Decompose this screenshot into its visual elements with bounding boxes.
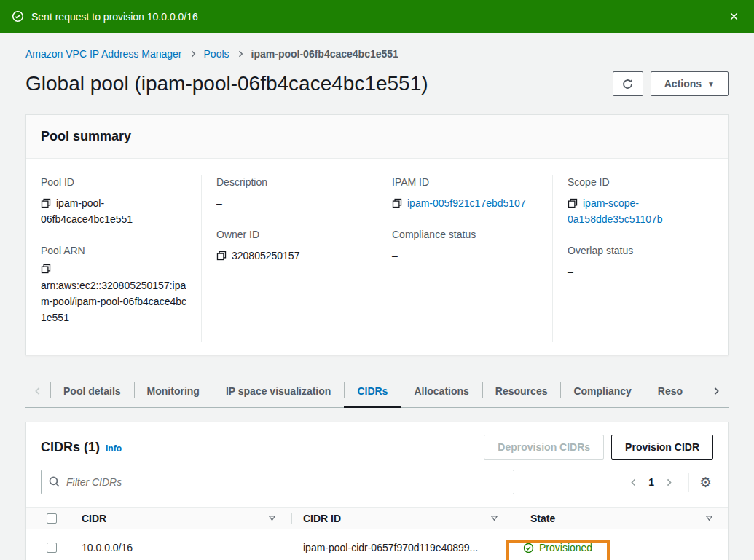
search-icon — [48, 476, 60, 490]
tab-pool-details[interactable]: Pool details — [50, 374, 134, 407]
cidrs-title: CIDRs (1) — [41, 440, 100, 455]
row-checkbox[interactable] — [26, 543, 70, 553]
summary-column-1: Pool ID ipam-pool-06fb4cace4bc1e551 Pool… — [26, 175, 201, 342]
copy-icon[interactable] — [41, 264, 51, 276]
table-header: CIDR CIDR ID State — [26, 507, 728, 529]
field-label: Overlap status — [568, 243, 713, 258]
column-label: CIDR — [82, 513, 106, 524]
field-scope-id: Scope ID ipam-scope-0a158dde35c51107b — [568, 175, 713, 227]
tab-compliancy[interactable]: Compliancy — [560, 374, 644, 407]
divider — [688, 473, 689, 492]
page-title: Global pool (ipam-pool-06fb4cace4bc1e551… — [25, 72, 428, 95]
pool-arn-value: arn:aws:ec2::320805250157:ipam-pool/ipam… — [41, 277, 186, 326]
copy-icon[interactable] — [568, 198, 578, 208]
column-label: CIDR ID — [303, 513, 341, 524]
deprovision-cidrs-button[interactable]: Deprovision CIDRs — [484, 435, 604, 460]
cidrs-count: (1) — [84, 440, 100, 454]
column-header-cidr-id[interactable]: CIDR ID — [292, 508, 514, 529]
caret-down-icon: ▼ — [707, 80, 715, 88]
tabs-scroll-left-icon[interactable] — [25, 374, 50, 407]
breadcrumb: Amazon VPC IP Address Manager Pools ipam… — [25, 33, 729, 64]
field-label: Scope ID — [568, 175, 713, 189]
copy-icon[interactable] — [41, 198, 51, 208]
summary-column-4: Scope ID ipam-scope-0a158dde35c51107b Ov… — [552, 175, 728, 342]
sort-icon[interactable] — [705, 514, 713, 522]
column-header-state[interactable]: State — [514, 508, 728, 529]
cidr-cell: 10.0.0.0/16 — [70, 542, 292, 553]
breadcrumb-link-ipam[interactable]: Amazon VPC IP Address Manager — [25, 48, 182, 60]
refresh-button[interactable] — [613, 71, 643, 96]
field-pool-id: Pool ID ipam-pool-06fb4cace4bc1e551 — [41, 175, 186, 227]
tab-bar: Pool details Monitoring IP space visuali… — [25, 374, 729, 408]
provisioned-check-icon — [523, 543, 534, 553]
field-description: Description – — [216, 175, 362, 211]
field-label: IPAM ID — [392, 175, 538, 189]
breadcrumb-current: ipam-pool-06fb4cace4bc1e551 — [251, 48, 398, 60]
field-owner-id: Owner ID 320805250157 — [216, 227, 362, 264]
field-label: Owner ID — [216, 227, 362, 242]
field-pool-arn: Pool ARN arn:aws:ec2::320805250157:ipam-… — [41, 243, 186, 326]
tab-allocations[interactable]: Allocations — [401, 374, 482, 407]
close-icon[interactable] — [726, 8, 742, 25]
field-label: Description — [216, 175, 362, 189]
sort-icon[interactable] — [268, 514, 276, 522]
pagination-page-1[interactable]: 1 — [648, 476, 654, 488]
state-cell: Provisioned — [514, 542, 728, 553]
provision-cidr-button[interactable]: Provision CIDR — [611, 435, 713, 460]
select-all-checkbox[interactable] — [26, 508, 70, 529]
filter-cidrs-input[interactable] — [41, 470, 514, 494]
scope-id-link[interactable]: ipam-scope-0a158dde35c51107b — [568, 197, 663, 225]
overlap-status-value: – — [568, 264, 713, 280]
flashbar-message: Sent request to provision 10.0.0.0/16 — [31, 11, 198, 23]
field-label: Pool ID — [41, 175, 186, 189]
cidrs-panel: CIDRs (1) Info Deprovision CIDRs Provisi… — [25, 422, 729, 560]
pool-summary-title: Pool summary — [26, 115, 728, 159]
tab-cidrs[interactable]: CIDRs — [344, 374, 401, 407]
actions-button-label: Actions — [664, 78, 702, 90]
info-link[interactable]: Info — [106, 443, 122, 454]
field-compliance-status: Compliance status – — [392, 227, 538, 264]
success-flashbar: Sent request to provision 10.0.0.0/16 — [0, 0, 754, 33]
pool-id-value: ipam-pool-06fb4cace4bc1e551 — [41, 197, 133, 225]
field-ipam-id: IPAM ID ipam-005f921c17ebd5107 — [392, 175, 538, 211]
tab-ip-space-visualization[interactable]: IP space visualization — [213, 374, 344, 407]
owner-id-value: 320805250157 — [232, 250, 299, 261]
summary-column-3: IPAM ID ipam-005f921c17ebd5107 Complianc… — [377, 175, 552, 342]
summary-column-2: Description – Owner ID 320805250157 — [201, 175, 377, 342]
pagination-previous-icon[interactable] — [624, 475, 643, 490]
field-label: Pool ARN — [41, 243, 186, 258]
field-label: Compliance status — [392, 227, 538, 242]
tab-resource-planning[interactable]: Reso — [645, 374, 704, 407]
settings-gear-icon[interactable]: ⚙ — [698, 474, 713, 491]
tab-resources[interactable]: Resources — [482, 374, 561, 407]
copy-icon[interactable] — [392, 198, 402, 208]
tab-monitoring[interactable]: Monitoring — [134, 374, 213, 407]
chevron-right-icon — [189, 50, 197, 58]
field-overlap-status: Overlap status – — [568, 243, 713, 280]
check-circle-icon — [12, 10, 24, 23]
copy-icon[interactable] — [216, 251, 227, 261]
pool-summary-card: Pool summary Pool ID ipam-pool-06fb4cace… — [25, 114, 729, 355]
compliance-status-value: – — [392, 248, 538, 264]
actions-button[interactable]: Actions ▼ — [651, 71, 729, 96]
refresh-icon — [621, 78, 634, 90]
column-label: State — [530, 513, 555, 524]
column-header-cidr[interactable]: CIDR — [70, 508, 292, 529]
cidr-id-cell: ipam-pool-cidr-0657f970d119e40899... — [292, 542, 514, 553]
state-badge: Provisioned — [539, 542, 592, 553]
chevron-right-icon — [236, 50, 245, 58]
ipam-id-link[interactable]: ipam-005f921c17ebd5107 — [407, 197, 526, 209]
tabs-scroll-right-icon[interactable] — [704, 374, 729, 407]
sort-icon[interactable] — [490, 514, 498, 522]
pagination-next-icon[interactable] — [660, 475, 678, 490]
table-row: 10.0.0.0/16 ipam-pool-cidr-0657f970d119e… — [26, 529, 728, 560]
breadcrumb-link-pools[interactable]: Pools — [204, 48, 229, 60]
description-value: – — [216, 195, 362, 211]
